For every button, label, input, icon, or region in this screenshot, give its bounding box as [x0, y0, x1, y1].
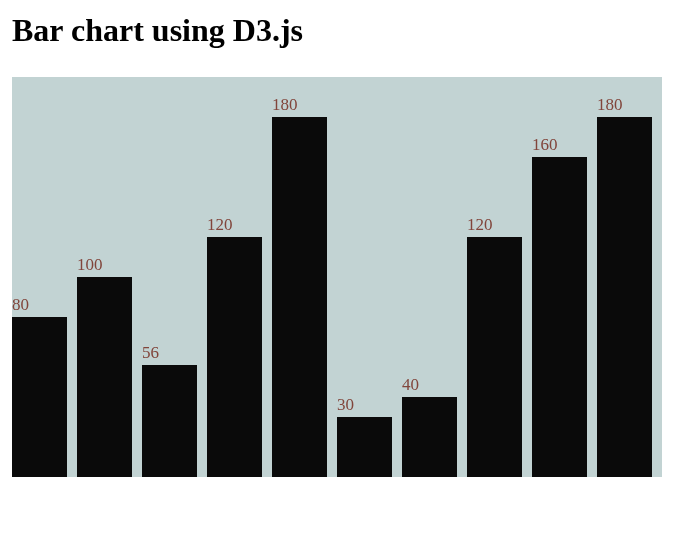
- bar: [142, 365, 197, 477]
- bar-label: 80: [12, 295, 29, 315]
- bar-label: 180: [272, 95, 298, 115]
- bar: [337, 417, 392, 477]
- bar: [467, 237, 522, 477]
- bar: [272, 117, 327, 477]
- bar-label: 120: [207, 215, 233, 235]
- bar-label: 30: [337, 395, 354, 415]
- bar-chart: 80100561201803040120160180: [12, 77, 662, 477]
- bar: [402, 397, 457, 477]
- bar-label: 120: [467, 215, 493, 235]
- bar: [77, 277, 132, 477]
- bar-label: 160: [532, 135, 558, 155]
- bar: [532, 157, 587, 477]
- bar-label: 180: [597, 95, 623, 115]
- bar: [207, 237, 262, 477]
- page-title: Bar chart using D3.js: [12, 12, 670, 49]
- bar-label: 100: [77, 255, 103, 275]
- bar: [597, 117, 652, 477]
- bar-label: 56: [142, 343, 159, 363]
- bar: [12, 317, 67, 477]
- bar-label: 40: [402, 375, 419, 395]
